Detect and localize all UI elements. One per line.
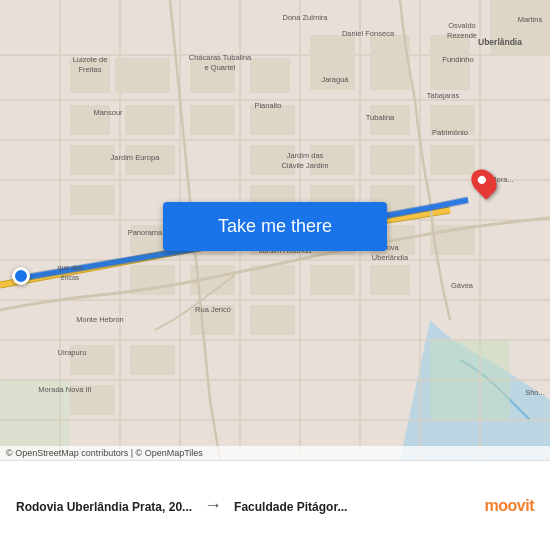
svg-text:Sho...: Sho... [525, 388, 545, 397]
svg-text:e Quartel: e Quartel [205, 63, 236, 72]
svg-text:que das: que das [58, 264, 83, 272]
svg-rect-24 [250, 58, 290, 93]
svg-rect-41 [70, 185, 115, 215]
svg-text:Dona Zulmira: Dona Zulmira [282, 13, 328, 22]
route-arrow-icon: → [200, 495, 226, 516]
logo-area: moovit [485, 497, 534, 515]
svg-rect-38 [310, 145, 355, 175]
svg-text:Fundinho: Fundinho [442, 55, 473, 64]
svg-rect-55 [370, 265, 410, 295]
svg-text:Jaraguá: Jaraguá [321, 75, 349, 84]
svg-text:Uberlândia: Uberlândia [372, 253, 409, 262]
svg-text:Monte Hebron: Monte Hebron [76, 315, 124, 324]
svg-text:Ciávile Jardim: Ciávile Jardim [281, 161, 328, 170]
svg-text:Chácaras Tubalina: Chácaras Tubalina [189, 53, 252, 62]
svg-text:Planalto: Planalto [254, 101, 281, 110]
svg-text:Patrimônio: Patrimônio [432, 128, 468, 137]
svg-rect-40 [430, 145, 475, 175]
svg-rect-35 [70, 145, 115, 175]
map-attribution: © OpenStreetMap contributors | © OpenMap… [0, 446, 550, 460]
svg-text:Daniel Fonseca: Daniel Fonseca [342, 29, 395, 38]
svg-text:Uberlândia: Uberlândia [478, 37, 522, 47]
svg-rect-39 [370, 145, 415, 175]
svg-rect-54 [310, 265, 355, 295]
svg-text:Luizote de: Luizote de [73, 55, 108, 64]
svg-text:Panorama: Panorama [128, 228, 163, 237]
svg-rect-57 [250, 305, 295, 335]
svg-text:Rezende: Rezende [447, 31, 477, 40]
attribution-text: © OpenStreetMap contributors | © OpenMap… [6, 448, 203, 458]
destination-name: Faculdade Pitágor... [234, 500, 347, 514]
svg-text:Martins: Martins [518, 15, 543, 24]
svg-rect-22 [115, 58, 170, 93]
svg-text:Uirapuru: Uirapuru [58, 348, 87, 357]
origin-name: Rodovia Uberlândia Prata, 20... [16, 500, 192, 514]
svg-text:Mansour: Mansour [93, 108, 123, 117]
svg-rect-30 [125, 105, 175, 135]
svg-text:Morada Nova III: Morada Nova III [38, 385, 91, 394]
svg-text:Tubalina: Tubalina [366, 113, 395, 122]
svg-text:Tabajaras: Tabajaras [427, 91, 460, 100]
svg-text:Jardim Europa: Jardim Europa [111, 153, 161, 162]
svg-text:Rua Jericó: Rua Jericó [195, 305, 231, 314]
route-info: Rodovia Uberlândia Prata, 20... → Faculd… [16, 495, 534, 516]
svg-text:Jardim das: Jardim das [287, 151, 324, 160]
app-container: Luizote de Freitas Chácaras Tubalina e Q… [0, 0, 550, 550]
from-to-block: Rodovia Uberlândia Prata, 20... → Faculd… [16, 495, 485, 516]
moovit-logo-text: moovit [485, 497, 534, 515]
svg-text:Freitas: Freitas [79, 65, 102, 74]
take-me-there-button[interactable]: Take me there [163, 202, 387, 251]
map-container: Luizote de Freitas Chácaras Tubalina e Q… [0, 0, 550, 460]
svg-rect-37 [250, 145, 295, 175]
svg-text:Gávea: Gávea [451, 281, 474, 290]
origin-marker [12, 267, 30, 285]
origin-section: Rodovia Uberlândia Prata, 20... [16, 497, 192, 515]
svg-text:éricas: éricas [61, 274, 80, 281]
svg-rect-31 [190, 105, 235, 135]
destination-section: Faculdade Pitágor... [234, 497, 347, 515]
svg-text:Osvaldo: Osvaldo [448, 21, 476, 30]
bottom-bar: Rodovia Uberlândia Prata, 20... → Faculd… [0, 460, 550, 550]
svg-rect-59 [130, 345, 175, 375]
